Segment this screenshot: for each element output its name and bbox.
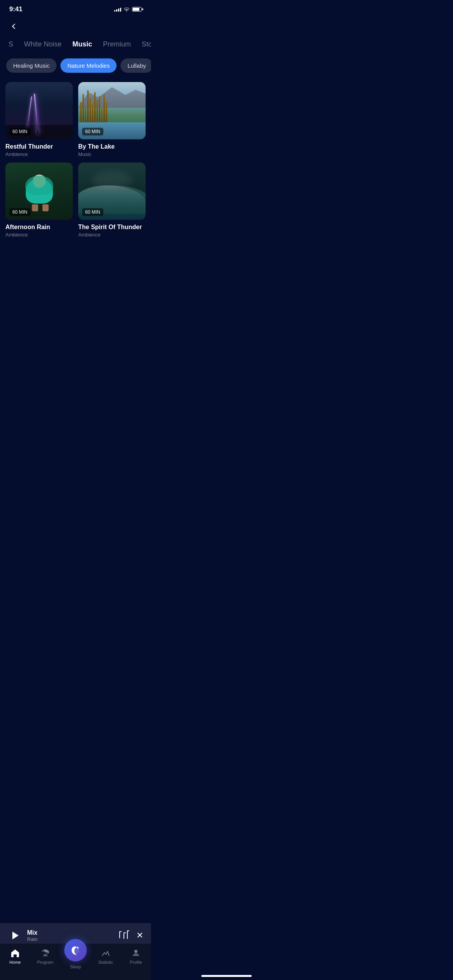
tab-s[interactable]: S bbox=[3, 38, 19, 51]
battery-icon bbox=[132, 7, 142, 12]
card-title-rain: Afternoon Rain bbox=[5, 224, 73, 231]
card-subtitle-spirit: Ambience bbox=[78, 232, 146, 238]
signal-icon bbox=[114, 7, 121, 12]
card-afternoon-rain[interactable]: 60 MIN Afternoon Rain Ambience bbox=[5, 163, 73, 238]
card-title-thunder: Restful Thunder bbox=[5, 143, 73, 150]
card-image-spirit: 60 MIN bbox=[78, 163, 146, 220]
back-button[interactable] bbox=[8, 19, 22, 33]
cat-healing-music[interactable]: Healing Music bbox=[6, 58, 57, 73]
tab-white-noise[interactable]: White Noise bbox=[19, 38, 67, 51]
cat-lullaby[interactable]: Lullaby bbox=[120, 58, 151, 73]
card-restful-thunder[interactable]: 60 MIN Restful Thunder Ambience bbox=[5, 82, 73, 157]
card-duration-rain: 60 MIN bbox=[9, 208, 31, 216]
status-bar: 9:41 bbox=[0, 0, 151, 16]
cat-nature-melodies[interactable]: Nature Melodies bbox=[60, 58, 117, 73]
header bbox=[0, 16, 151, 33]
card-title-lake: By The Lake bbox=[78, 143, 146, 150]
card-duration-spirit: 60 MIN bbox=[82, 208, 103, 216]
card-duration-thunder: 60 MIN bbox=[9, 128, 31, 135]
card-subtitle-lake: Music bbox=[78, 151, 146, 157]
card-title-spirit: The Spirit Of Thunder bbox=[78, 224, 146, 231]
card-by-the-lake[interactable]: 60 MIN By The Lake Music bbox=[78, 82, 146, 157]
card-spirit-thunder[interactable]: 60 MIN The Spirit Of Thunder Ambience bbox=[78, 163, 146, 238]
status-time: 9:41 bbox=[9, 5, 22, 13]
card-image-rain: 60 MIN bbox=[5, 163, 73, 220]
content-grid: 60 MIN Restful Thunder Ambience bbox=[0, 79, 151, 241]
card-subtitle-thunder: Ambience bbox=[5, 151, 73, 157]
tab-music[interactable]: Music bbox=[67, 38, 98, 51]
tab-navigation: S White Noise Music Premium Stor bbox=[0, 33, 151, 51]
status-icons bbox=[114, 7, 142, 12]
tab-stories[interactable]: Stor bbox=[136, 38, 151, 51]
back-arrow-icon bbox=[12, 24, 17, 29]
card-duration-lake: 60 MIN bbox=[82, 128, 103, 135]
wifi-icon bbox=[124, 7, 130, 12]
tab-premium[interactable]: Premium bbox=[98, 38, 136, 51]
card-image-lake: 60 MIN bbox=[78, 82, 146, 139]
card-subtitle-rain: Ambience bbox=[5, 232, 73, 238]
card-image-thunder: 60 MIN bbox=[5, 82, 73, 139]
category-filter: Healing Music Nature Melodies Lullaby Bi… bbox=[0, 51, 151, 79]
